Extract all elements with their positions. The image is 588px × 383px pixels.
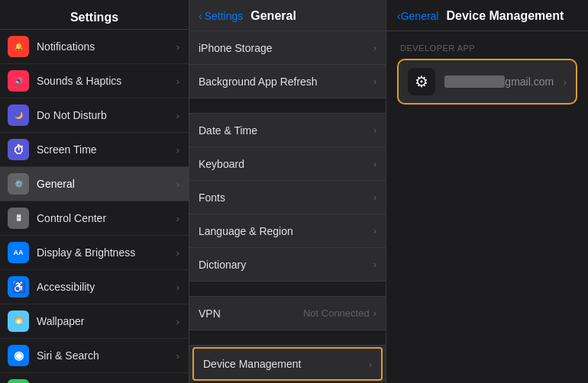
wallpaper-icon: 🌅 [8, 311, 29, 332]
screentime-chevron: › [176, 144, 179, 156]
datetime-chevron: › [373, 124, 376, 136]
general-settings-list: iPhone Storage › Background App Refresh … [189, 31, 386, 383]
general-item-devicemgmt[interactable]: Device Management › [192, 347, 383, 381]
iphonestorage-label: iPhone Storage [199, 42, 373, 54]
wallpaper-label: Wallpaper [37, 315, 176, 327]
developer-app-section-label: DEVELOPER APP [400, 43, 577, 53]
sidebar-item-screentime[interactable]: ⏱ Screen Time › [0, 133, 189, 167]
general-column-header: ‹ Settings General [189, 0, 386, 31]
devicemgmt-chevron: › [369, 359, 372, 370]
screentime-icon: ⏱ [8, 139, 29, 160]
fonts-label: Fonts [199, 192, 373, 204]
keyboard-label: Keyboard [199, 158, 373, 170]
siri-label: Siri & Search [37, 349, 176, 362]
sidebar-item-wallpaper[interactable]: 🌅 Wallpaper › [0, 304, 189, 339]
accessibility-chevron: › [176, 282, 179, 293]
screentime-label: Screen Time [37, 143, 176, 156]
vpn-label: VPN [199, 307, 303, 320]
sounds-label: Sounds & Haptics [37, 75, 176, 87]
language-label: Language & Region [199, 225, 373, 237]
controlcenter-icon: 🎛 [8, 208, 29, 229]
siri-chevron: › [176, 350, 179, 362]
donotdisturb-icon: 🌙 [8, 105, 29, 126]
sidebar-item-sounds[interactable]: 🔊 Sounds & Haptics › [0, 64, 189, 98]
iphonestorage-chevron: › [373, 42, 376, 53]
sidebar-item-accessibility[interactable]: ♿ Accessibility › [0, 270, 189, 304]
accessibility-icon: ♿ [8, 276, 29, 298]
developer-app-chevron-icon: › [564, 76, 567, 88]
developer-app-email-suffix: gmail.com [505, 76, 554, 88]
displaybrightness-label: Display & Brightness [37, 246, 176, 259]
donotdisturb-label: Do Not Disturb [37, 109, 176, 121]
sidebar-item-controlcenter[interactable]: 🎛 Control Center › [0, 201, 189, 236]
general-item-backgroundapp[interactable]: Background App Refresh › [189, 65, 386, 98]
developer-app-email-prefix: ████████ [444, 76, 505, 88]
displaybrightness-chevron: › [176, 247, 179, 259]
device-management-header: ‹ General Device Management [386, 0, 588, 31]
general-item-iphonestorage[interactable]: iPhone Storage › [189, 31, 386, 65]
device-management-content: DEVELOPER APP ⚙ ████████gmail.com › [386, 31, 588, 117]
device-management-back-label: General [401, 10, 439, 22]
general-item-dictionary[interactable]: Dictionary › [189, 248, 386, 282]
accessibility-label: Accessibility [37, 281, 176, 293]
general-back-button[interactable]: ‹ Settings [199, 10, 243, 22]
sidebar-item-faceid[interactable]: 👤 Face ID & Passcode › [0, 373, 189, 383]
displaybrightness-icon: AA [8, 242, 29, 263]
general-item-fonts[interactable]: Fonts › [189, 181, 386, 214]
sidebar-item-displaybrightness[interactable]: AA Display & Brightness › [0, 236, 189, 270]
controlcenter-chevron: › [176, 213, 179, 224]
general-chevron: › [176, 179, 179, 190]
notifications-label: Notifications [37, 40, 176, 53]
controlcenter-label: Control Center [37, 212, 176, 224]
sounds-chevron: › [176, 76, 179, 87]
device-management-title: Device Management [446, 9, 564, 23]
general-column-title: General [250, 9, 296, 23]
wallpaper-chevron: › [176, 316, 179, 327]
general-item-vpn[interactable]: VPN Not Connected › [189, 297, 386, 330]
developer-app-item[interactable]: ⚙ ████████gmail.com › [397, 59, 577, 105]
backgroundapp-label: Background App Refresh [199, 76, 373, 88]
section-spacer [189, 330, 386, 346]
section-spacer [189, 98, 386, 114]
devicemgmt-label: Device Management [203, 358, 369, 370]
developer-app-label: ████████gmail.com [444, 76, 564, 88]
general-item-datetime[interactable]: Date & Time › [189, 114, 386, 147]
general-column: ‹ Settings General iPhone Storage › Back… [189, 0, 386, 383]
general-item-keyboard[interactable]: Keyboard › [189, 147, 386, 181]
general-item-language[interactable]: Language & Region › [189, 214, 386, 248]
siri-icon: ◉ [8, 345, 29, 366]
notifications-chevron: › [176, 41, 179, 53]
language-chevron: › [373, 225, 376, 237]
chevron-left-icon: ‹ [199, 10, 202, 22]
settings-column-header: Settings [0, 0, 189, 30]
sidebar-item-notifications[interactable]: 🔔 Notifications › [0, 30, 189, 64]
device-management-back-button[interactable]: ‹ General [397, 10, 438, 22]
backgroundapp-chevron: › [373, 76, 376, 87]
settings-list: 🔔 Notifications › 🔊 Sounds & Haptics › 🌙… [0, 30, 189, 383]
general-back-label: Settings [205, 10, 244, 22]
keyboard-chevron: › [373, 158, 376, 169]
section-spacer [189, 282, 386, 297]
fonts-chevron: › [373, 192, 376, 203]
device-management-column: ‹ General Device Management DEVELOPER AP… [386, 0, 588, 383]
general-label: General [37, 178, 176, 190]
dictionary-label: Dictionary [199, 259, 373, 271]
settings-column: Settings 🔔 Notifications › 🔊 Sounds & Ha… [0, 0, 189, 383]
developer-app-icon: ⚙ [408, 68, 435, 95]
notifications-icon: 🔔 [8, 36, 29, 57]
sidebar-item-siri[interactable]: ◉ Siri & Search › [0, 339, 189, 373]
donotdisturb-chevron: › [176, 110, 179, 121]
sounds-icon: 🔊 [8, 70, 29, 92]
datetime-label: Date & Time [199, 124, 373, 137]
dictionary-chevron: › [373, 259, 376, 270]
faceid-icon: 👤 [8, 379, 29, 383]
sidebar-item-donotdisturb[interactable]: 🌙 Do Not Disturb › [0, 98, 189, 133]
sidebar-item-general[interactable]: ⚙️ General › [0, 167, 189, 201]
vpn-value: Not Connected [303, 307, 370, 319]
vpn-chevron: › [373, 307, 376, 319]
general-icon: ⚙️ [8, 173, 29, 195]
